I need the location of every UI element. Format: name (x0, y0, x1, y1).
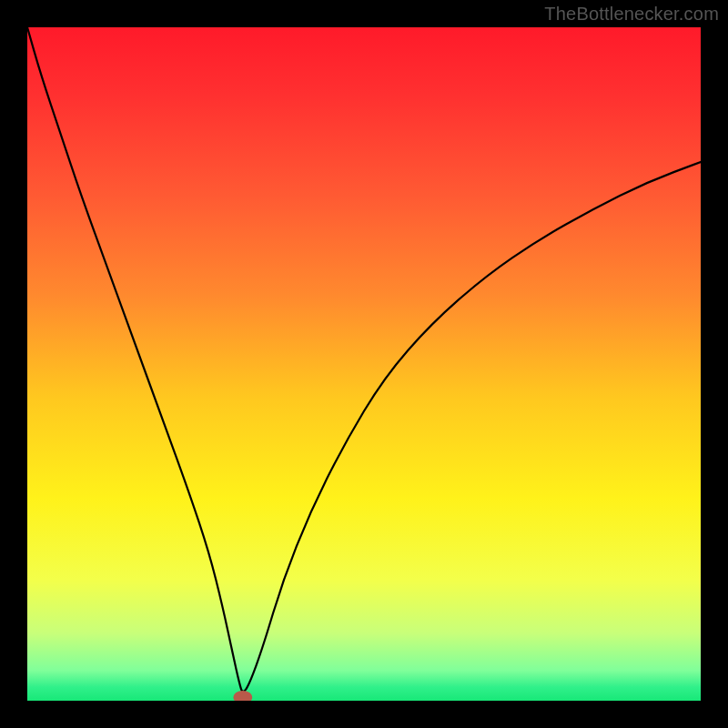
watermark-text: TheBottlenecker.com (544, 4, 719, 25)
gradient-background (27, 27, 701, 701)
plot-area (27, 27, 701, 701)
chart-frame: TheBottlenecker.com (0, 0, 728, 728)
chart-svg (27, 27, 701, 701)
